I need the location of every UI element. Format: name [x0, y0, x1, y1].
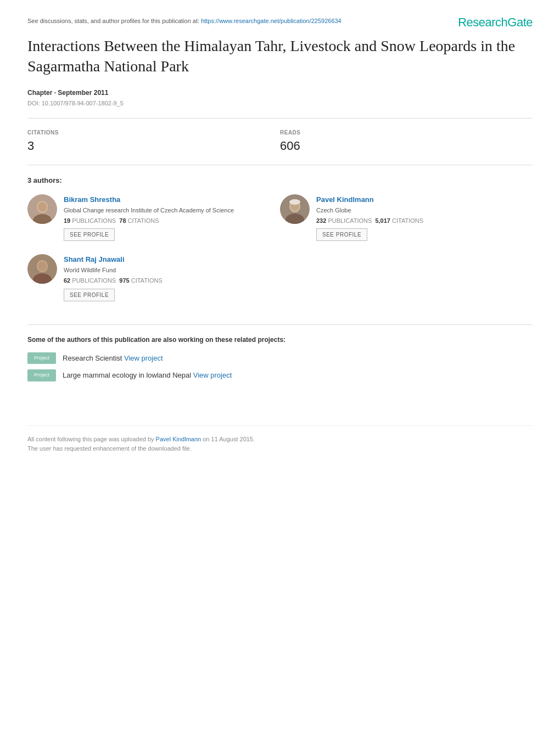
svg-point-8 [289, 199, 300, 205]
author-stats-0: 19 PUBLICATIONS 78 CITATIONS [64, 216, 269, 226]
pub-type: Chapter [27, 89, 52, 97]
pub-type-date: Chapter · September 2011 [27, 88, 533, 98]
reads-block: READS 606 [280, 128, 533, 155]
project-label-1: Large mammal ecology in lowland Nepal [63, 371, 193, 379]
citations-block: CITATIONS 3 [27, 128, 280, 155]
author-info-0: Bikram Shrestha Global Change research I… [64, 194, 269, 241]
project-item-1: Project Large mammal ecology in lowland … [27, 369, 533, 381]
page-container: ResearchGate See discussions, stats, and… [0, 0, 560, 487]
project-link-0[interactable]: View project [124, 354, 163, 362]
author-name-2[interactable]: Shant Raj Jnawali [64, 254, 269, 265]
project-link-1[interactable]: View project [193, 371, 232, 379]
project-text-0: Research Scientist View project [63, 353, 163, 364]
researchgate-brand: ResearchGate [458, 13, 533, 31]
authors-heading: 3 authors: [27, 175, 533, 186]
citations-label: CITATIONS [27, 128, 280, 137]
avatar-0 [27, 194, 57, 224]
divider-3 [27, 324, 533, 325]
pub-date: September 2011 [58, 89, 108, 97]
project-text-1: Large mammal ecology in lowland Nepal Vi… [63, 370, 232, 381]
see-profile-btn-2[interactable]: SEE PROFILE [64, 289, 115, 301]
svg-point-12 [38, 261, 47, 271]
author-card-0: Bikram Shrestha Global Change research I… [27, 194, 280, 241]
brand-text: ResearchGate [458, 15, 533, 29]
author-affiliation-0: Global Change research Institute of Czec… [64, 206, 269, 214]
footer: All content following this page was uplo… [27, 425, 533, 454]
stats-row: CITATIONS 3 READS 606 [27, 128, 533, 155]
svg-point-3 [38, 202, 47, 212]
citations-value: 3 [27, 137, 280, 155]
pub-doi: DOI: 10.1007/978-94-007-1802-9_5 [27, 99, 533, 108]
author-affiliation-2: World Wildlife Fund [64, 266, 269, 274]
reads-value: 606 [280, 137, 533, 155]
related-heading: Some of the authors of this publication … [27, 335, 533, 345]
project-badge-1: Project [27, 369, 56, 381]
author-name-0[interactable]: Bikram Shrestha [64, 194, 269, 205]
footer-prefix: All content following this page was uplo… [27, 436, 156, 442]
author-stats-2: 62 PUBLICATIONS 975 CITATIONS [64, 276, 269, 285]
authors-grid: Bikram Shrestha Global Change research I… [27, 194, 533, 314]
reads-label: READS [280, 128, 533, 137]
see-profile-btn-1[interactable]: SEE PROFILE [316, 228, 367, 241]
footer-line2: The user has requested enhancement of th… [27, 444, 533, 454]
author-card-1: Pavel Kindlmann Czech Globe 232 PUBLICAT… [280, 194, 533, 241]
see-profile-btn-0[interactable]: SEE PROFILE [64, 228, 115, 241]
author-info-2: Shant Raj Jnawali World Wildlife Fund 62… [64, 254, 269, 301]
footer-line1: All content following this page was uplo… [27, 435, 533, 445]
author-stats-1: 232 PUBLICATIONS 5,017 CITATIONS [316, 216, 522, 226]
intro-text: See discussions, stats, and author profi… [27, 16, 533, 26]
footer-author-link[interactable]: Pavel Kindlmann [156, 436, 201, 442]
author-affiliation-1: Czech Globe [316, 206, 522, 214]
divider-2 [27, 165, 533, 165]
project-label-0: Research Scientist [63, 354, 124, 362]
project-item-0: Project Research Scientist View project [27, 352, 533, 364]
project-items: Project Research Scientist View project … [27, 352, 533, 381]
author-info-1: Pavel Kindlmann Czech Globe 232 PUBLICAT… [316, 194, 522, 241]
avatar-1 [280, 194, 310, 224]
author-name-1[interactable]: Pavel Kindlmann [316, 194, 522, 205]
avatar-2 [27, 254, 57, 284]
publication-title: Interactions Between the Himalayan Tahr,… [27, 36, 533, 77]
publication-url[interactable]: https://www.researchgate.net/publication… [201, 18, 341, 24]
divider-1 [27, 118, 533, 119]
author-card-2: Shant Raj Jnawali World Wildlife Fund 62… [27, 254, 280, 301]
project-badge-0: Project [27, 352, 56, 364]
footer-suffix: on 11 August 2015. [203, 436, 255, 442]
